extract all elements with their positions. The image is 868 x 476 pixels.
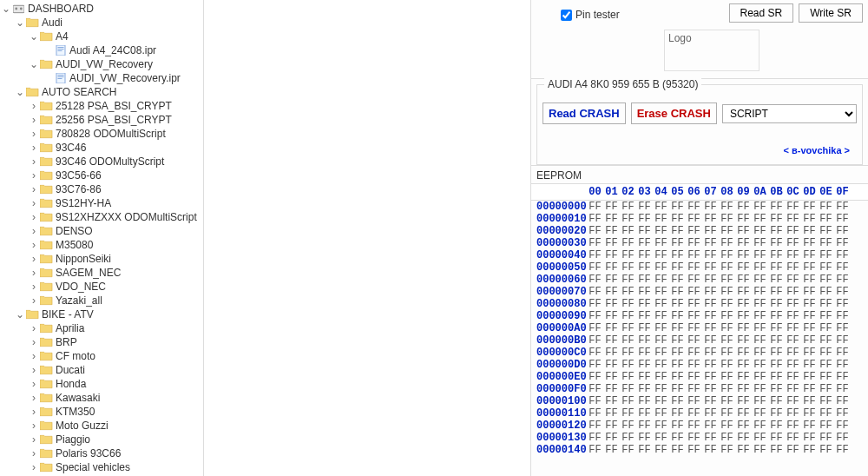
hex-byte[interactable]: FF <box>752 395 768 407</box>
expander-icon[interactable] <box>28 114 40 126</box>
hex-byte[interactable]: FF <box>702 334 719 347</box>
hex-row[interactable]: 00000010FFFFFFFFFFFFFFFFFFFFFFFFFFFFFFFF <box>531 213 868 225</box>
expander-icon[interactable] <box>14 308 26 321</box>
hex-byte[interactable]: FF <box>719 432 735 444</box>
hex-byte[interactable]: FF <box>620 249 636 261</box>
hex-byte[interactable]: FF <box>669 237 686 249</box>
hex-byte[interactable]: FF <box>735 407 752 420</box>
tree-item[interactable]: Piaggio <box>0 433 203 446</box>
hex-byte[interactable]: FF <box>686 286 702 298</box>
hex-byte[interactable]: FF <box>801 444 818 453</box>
hex-byte[interactable]: FF <box>768 395 785 407</box>
hex-byte[interactable]: FF <box>686 334 702 347</box>
hex-byte[interactable]: FF <box>768 359 785 371</box>
hex-byte[interactable]: FF <box>735 274 752 286</box>
tree-item[interactable]: Ducati <box>0 363 203 377</box>
hex-byte[interactable]: FF <box>768 383 785 395</box>
tree-item[interactable]: Audi <box>0 16 203 30</box>
hex-byte[interactable]: FF <box>653 249 669 261</box>
hex-byte[interactable]: FF <box>653 286 669 298</box>
hex-byte[interactable]: FF <box>669 420 686 432</box>
hex-byte[interactable]: FF <box>768 371 785 383</box>
hex-byte[interactable]: FF <box>653 420 669 432</box>
hex-byte[interactable]: FF <box>620 286 636 298</box>
hex-byte[interactable]: FF <box>768 310 785 322</box>
hex-byte[interactable]: FF <box>834 286 851 298</box>
hex-byte[interactable]: FF <box>735 347 752 359</box>
hex-row[interactable]: 00000000FFFFFFFFFFFFFFFFFFFFFFFFFFFFFFFF <box>531 201 868 213</box>
hex-byte[interactable]: FF <box>801 225 818 237</box>
hex-byte[interactable]: FF <box>636 213 653 225</box>
hex-byte[interactable]: FF <box>785 261 801 274</box>
hex-byte[interactable]: FF <box>636 420 653 432</box>
hex-byte[interactable]: FF <box>620 322 636 334</box>
hex-byte[interactable]: FF <box>818 334 834 347</box>
tree-item[interactable]: Polaris 93C66 <box>0 446 203 460</box>
hex-byte[interactable]: FF <box>603 249 620 261</box>
expander-icon[interactable] <box>28 142 40 154</box>
hex-byte[interactable]: FF <box>752 261 768 274</box>
hex-byte[interactable]: FF <box>669 407 686 420</box>
hex-byte[interactable]: FF <box>603 347 620 359</box>
hex-byte[interactable]: FF <box>702 225 719 237</box>
hex-byte[interactable]: FF <box>587 395 603 407</box>
hex-byte[interactable]: FF <box>752 347 768 359</box>
hex-byte[interactable]: FF <box>587 359 603 371</box>
hex-byte[interactable]: FF <box>603 371 620 383</box>
hex-byte[interactable]: FF <box>587 334 603 347</box>
hex-byte[interactable]: FF <box>785 237 801 249</box>
hex-byte[interactable]: FF <box>785 201 801 213</box>
hex-byte[interactable]: FF <box>801 322 818 334</box>
hex-byte[interactable]: FF <box>702 395 719 407</box>
hex-byte[interactable]: FF <box>669 298 686 310</box>
expander-icon[interactable] <box>28 155 40 168</box>
hex-byte[interactable]: FF <box>719 334 735 347</box>
expander-icon[interactable] <box>28 197 40 209</box>
hex-byte[interactable]: FF <box>686 261 702 274</box>
hex-byte[interactable]: FF <box>620 298 636 310</box>
hex-byte[interactable]: FF <box>818 432 834 444</box>
hex-byte[interactable]: FF <box>834 334 851 347</box>
hex-byte[interactable]: FF <box>653 225 669 237</box>
hex-byte[interactable]: FF <box>636 298 653 310</box>
hex-byte[interactable]: FF <box>785 310 801 322</box>
hex-byte[interactable]: FF <box>735 322 752 334</box>
hex-byte[interactable]: FF <box>801 310 818 322</box>
hex-byte[interactable]: FF <box>752 298 768 310</box>
hex-byte[interactable]: FF <box>702 407 719 420</box>
hex-row[interactable]: 00000050FFFFFFFFFFFFFFFFFFFFFFFFFFFFFFFF <box>531 261 868 274</box>
tree-item[interactable]: 9S12XHZXXX ODOMultiScript <box>0 210 203 224</box>
hex-byte[interactable]: FF <box>719 225 735 237</box>
hex-byte[interactable]: FF <box>752 237 768 249</box>
hex-byte[interactable]: FF <box>719 261 735 274</box>
hex-byte[interactable]: FF <box>834 432 851 444</box>
hex-byte[interactable]: FF <box>719 322 735 334</box>
hex-byte[interactable]: FF <box>768 274 785 286</box>
hex-row[interactable]: 00000090FFFFFFFFFFFFFFFFFFFFFFFFFFFFFFFF <box>531 310 868 322</box>
hex-byte[interactable]: FF <box>702 237 719 249</box>
hex-byte[interactable]: FF <box>834 310 851 322</box>
hex-byte[interactable]: FF <box>785 395 801 407</box>
hex-byte[interactable]: FF <box>818 237 834 249</box>
hex-byte[interactable]: FF <box>785 407 801 420</box>
hex-byte[interactable]: FF <box>818 359 834 371</box>
hex-byte[interactable]: FF <box>801 237 818 249</box>
hex-byte[interactable]: FF <box>636 249 653 261</box>
hex-row[interactable]: 000000D0FFFFFFFFFFFFFFFFFFFFFFFFFFFFFFFF <box>531 359 868 371</box>
hex-byte[interactable]: FF <box>686 298 702 310</box>
hex-byte[interactable]: FF <box>669 371 686 383</box>
expander-icon[interactable] <box>28 281 40 293</box>
hex-byte[interactable]: FF <box>719 407 735 420</box>
hex-byte[interactable]: FF <box>752 334 768 347</box>
hex-row[interactable]: 00000030FFFFFFFFFFFFFFFFFFFFFFFFFFFFFFFF <box>531 237 868 249</box>
expander-icon[interactable] <box>28 253 40 265</box>
hex-byte[interactable]: FF <box>752 432 768 444</box>
hex-byte[interactable]: FF <box>686 249 702 261</box>
script-select[interactable]: SCRIPT <box>722 104 857 123</box>
hex-byte[interactable]: FF <box>801 432 818 444</box>
hex-row[interactable]: 00000130FFFFFFFFFFFFFFFFFFFFFFFFFFFFFFFF <box>531 432 868 444</box>
hex-byte[interactable]: FF <box>785 334 801 347</box>
hex-byte[interactable]: FF <box>686 432 702 444</box>
hex-byte[interactable]: FF <box>719 347 735 359</box>
hex-byte[interactable]: FF <box>603 237 620 249</box>
